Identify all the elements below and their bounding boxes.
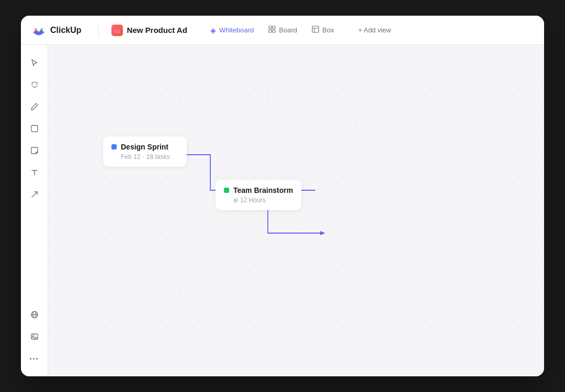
box-tab-label: Box — [322, 26, 334, 34]
box-tab-icon — [312, 26, 319, 34]
logo-area: ClickUp — [31, 23, 82, 38]
project-title-area[interactable]: New Product Ad — [111, 25, 187, 36]
card-header-1: Design Sprint — [111, 143, 178, 151]
cursor-tool[interactable] — [25, 53, 44, 72]
svg-rect-4 — [273, 30, 275, 32]
card-title-2: Team Brainstorm — [233, 186, 293, 194]
more-tools[interactable]: ••• — [25, 349, 44, 368]
pen-tool[interactable] — [25, 97, 44, 116]
tab-board[interactable]: Board — [262, 22, 303, 38]
connector-svg — [48, 45, 544, 376]
header: ClickUp New Product Ad ◈ Whiteboard — [21, 16, 544, 45]
tab-whiteboard[interactable]: ◈ Whiteboard — [204, 23, 260, 38]
connector-tool[interactable] — [25, 185, 44, 204]
svg-rect-0 — [114, 29, 120, 33]
svg-point-16 — [32, 335, 34, 337]
card-tasks: 18 tasks — [146, 153, 170, 160]
card-meta-separator: · — [142, 153, 144, 160]
card-hours: 12 Hours — [240, 197, 266, 204]
canvas-area[interactable]: Design Sprint Feb 12 · 18 tasks Team Bra… — [48, 45, 544, 376]
card-date: Feb 12 — [121, 153, 140, 160]
card-dot-blue — [111, 144, 117, 149]
project-icon — [111, 25, 123, 36]
card-meta-1: Feb 12 · 18 tasks — [111, 153, 178, 160]
svg-rect-12 — [31, 125, 38, 132]
tab-box[interactable]: Box — [306, 22, 340, 38]
svg-rect-1 — [269, 26, 272, 29]
image-tool[interactable] — [25, 327, 44, 346]
svg-rect-2 — [273, 26, 275, 29]
ai-tool[interactable] — [25, 75, 44, 94]
board-tab-label: Board — [279, 26, 297, 34]
clickup-logo-icon — [31, 23, 46, 38]
card-meta-icon: ⊞ — [233, 197, 238, 204]
svg-point-11 — [33, 87, 35, 88]
sticky-tool[interactable] — [25, 141, 44, 160]
card-title-1: Design Sprint — [121, 143, 168, 151]
design-sprint-card[interactable]: Design Sprint Feb 12 · 18 tasks — [103, 136, 187, 167]
main-content: ••• Design Sprint Feb 12 · — [21, 45, 544, 376]
left-toolbar: ••• — [21, 45, 48, 376]
card-header-2: Team Brainstorm — [224, 186, 293, 194]
add-view-label: + Add view — [358, 26, 391, 34]
board-tab-icon — [268, 26, 276, 34]
svg-rect-3 — [269, 30, 272, 32]
nav-tabs: ◈ Whiteboard Board — [204, 22, 341, 38]
card-dot-green — [224, 188, 229, 193]
team-brainstorm-card[interactable]: Team Brainstorm ⊞ 12 Hours — [216, 180, 301, 210]
globe-tool[interactable] — [25, 305, 44, 324]
svg-point-10 — [36, 82, 37, 84]
logo-text: ClickUp — [50, 26, 82, 35]
svg-marker-18 — [320, 231, 325, 235]
whiteboard-tab-label: Whiteboard — [219, 26, 254, 34]
whiteboard-tab-icon: ◈ — [210, 26, 216, 34]
app-window: ClickUp New Product Ad ◈ Whiteboard — [21, 16, 544, 376]
card-meta-2: ⊞ 12 Hours — [224, 197, 293, 204]
header-divider — [98, 24, 99, 37]
text-tool[interactable] — [25, 163, 44, 182]
add-view-button[interactable]: + Add view — [353, 23, 396, 37]
rectangle-tool[interactable] — [25, 119, 44, 138]
svg-point-9 — [31, 82, 33, 84]
project-title: New Product Ad — [127, 26, 187, 34]
svg-rect-5 — [312, 26, 319, 32]
